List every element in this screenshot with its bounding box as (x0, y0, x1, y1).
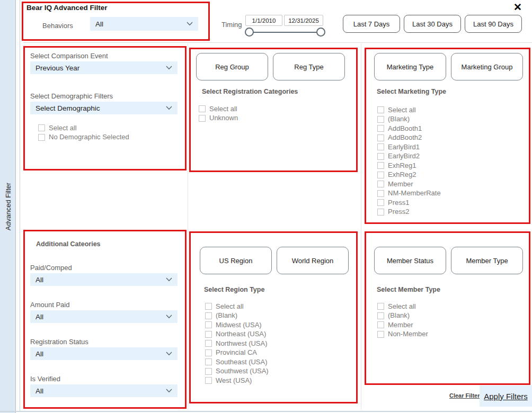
apply-filters-button[interactable]: Apply Filters (480, 385, 532, 407)
checkbox[interactable] (205, 303, 212, 310)
quick-range-button[interactable]: Last 30 Days (404, 15, 461, 33)
chevron-down-icon (166, 277, 172, 282)
checkbox[interactable] (205, 312, 212, 319)
checkbox-label: Northeast (USA) (216, 330, 266, 338)
checkbox-label: Southwest (USA) (216, 367, 269, 375)
checkbox[interactable] (199, 105, 206, 112)
checkbox[interactable] (205, 331, 212, 338)
filter-field-dropdown[interactable]: All (30, 310, 178, 323)
checkbox-row[interactable]: Select all (377, 302, 528, 311)
comparison-event-dropdown[interactable]: Previous Year (30, 61, 178, 74)
checkbox-row[interactable]: Northwest (USA) (205, 339, 353, 348)
quick-range-button[interactable]: Last 7 Days (343, 15, 400, 33)
checkbox-row[interactable]: Press1 (377, 198, 528, 208)
checkbox-row[interactable]: AddBooth1 (377, 124, 528, 133)
checkbox[interactable] (205, 321, 212, 328)
checkbox-row[interactable]: (Blank) (205, 311, 353, 321)
checkbox-row[interactable]: EarlyBird2 (377, 152, 528, 161)
checkbox[interactable] (377, 190, 384, 197)
checkbox-row[interactable]: Member (377, 179, 528, 189)
checkbox[interactable] (377, 116, 384, 123)
behaviors-label: Behaviors (42, 21, 73, 31)
filter-field-dropdown[interactable]: All (30, 347, 178, 360)
marketing-tab[interactable]: Marketing Type (374, 53, 446, 80)
region-tab[interactable]: US Region (200, 247, 272, 274)
clear-filters-link[interactable]: Clear Filters (449, 392, 483, 399)
checkbox-row[interactable]: NM-MemberRate (377, 189, 528, 199)
checkbox-row[interactable]: West (USA) (205, 376, 353, 385)
checkbox-row[interactable]: Non-Member (377, 330, 528, 339)
checkbox-row[interactable]: (Blank) (377, 115, 528, 124)
checkbox[interactable] (377, 181, 384, 187)
checkbox[interactable] (205, 358, 212, 365)
filter-field-dropdown[interactable]: All (30, 273, 178, 286)
checkbox[interactable] (377, 209, 384, 216)
checkbox[interactable] (377, 153, 384, 160)
checkbox-row[interactable]: AddBooth2 (377, 133, 528, 143)
checkbox[interactable] (377, 106, 384, 113)
marketing-tab[interactable]: Marketing Group (451, 53, 523, 80)
chevron-down-icon (166, 315, 172, 319)
checkbox[interactable] (377, 331, 384, 338)
checkbox[interactable] (205, 340, 212, 347)
quick-range-button[interactable]: Last 90 Days (465, 15, 522, 33)
checkbox[interactable] (205, 368, 212, 375)
checkbox[interactable] (205, 377, 212, 384)
checkbox-row[interactable]: Unknown (199, 114, 352, 123)
checkbox-row[interactable]: No Demographic Selected (38, 133, 178, 142)
checkbox-label: Select all (209, 105, 237, 113)
checkbox[interactable] (377, 199, 384, 206)
checkbox[interactable] (377, 162, 384, 169)
start-date-input[interactable]: 1/1/2010 (245, 15, 282, 26)
chevron-down-icon (187, 22, 193, 26)
checkbox-row[interactable]: EarlyBird1 (377, 142, 528, 152)
region-tabs: US Region World Region (200, 247, 353, 274)
checkbox[interactable] (377, 312, 384, 319)
registration-tab[interactable]: Reg Type (273, 53, 345, 80)
checkbox-row[interactable]: Select all (38, 123, 178, 133)
member-tab[interactable]: Member Type (451, 247, 523, 274)
checkbox[interactable] (38, 134, 45, 141)
registration-tab[interactable]: Reg Group (196, 53, 268, 80)
column-divider (188, 43, 188, 410)
checkbox-row[interactable]: Southwest (USA) (205, 367, 353, 376)
checkbox-row[interactable]: Provincial CA (205, 348, 353, 358)
checkbox-row[interactable]: ExhReg2 (377, 170, 528, 180)
checkbox[interactable] (377, 125, 384, 132)
behaviors-dropdown[interactable]: All (90, 17, 198, 31)
end-date-input[interactable]: 12/31/2025 (284, 15, 323, 26)
region-tab[interactable]: World Region (277, 247, 349, 274)
checkbox-row[interactable]: ExhReg1 (377, 161, 528, 170)
checkbox[interactable] (377, 172, 384, 178)
timing-slider-end-handle[interactable] (316, 28, 325, 37)
checkbox[interactable] (377, 134, 384, 141)
filter-field-value: All (36, 350, 43, 358)
region-panel: US Region World Region Select Region Typ… (200, 247, 353, 385)
timing-slider-start-handle[interactable] (245, 28, 254, 37)
checkbox-row[interactable]: Select all (199, 104, 352, 114)
checkbox[interactable] (199, 115, 206, 122)
checkbox-label: ExhReg1 (388, 162, 416, 169)
checkbox-row[interactable]: Midwest (USA) (205, 320, 353, 330)
checkbox[interactable] (377, 303, 384, 310)
checkbox-row[interactable]: Press2 (377, 208, 528, 217)
demographic-dropdown[interactable]: Select Demographic (30, 102, 178, 114)
checkbox-label: Non-Member (388, 330, 428, 338)
checkbox[interactable] (38, 124, 45, 131)
close-icon[interactable]: ✕ (510, 0, 526, 14)
checkbox-row[interactable]: Northeast (USA) (205, 330, 353, 339)
checkbox[interactable] (377, 143, 384, 150)
checkbox[interactable] (377, 321, 384, 328)
checkbox-label: Select all (388, 303, 416, 310)
checkbox[interactable] (205, 349, 212, 356)
filter-field-dropdown[interactable]: All (30, 384, 178, 397)
checkbox-row[interactable]: Select all (205, 302, 353, 311)
checkbox-row[interactable]: Member (377, 320, 528, 330)
member-tab[interactable]: Member Status (374, 247, 446, 274)
advanced-filter-side-tab[interactable]: Advanced Filter (0, 0, 16, 413)
checkbox-row[interactable]: Select all (377, 105, 528, 115)
dialog-title: Bear IQ Advanced Filter (26, 4, 108, 12)
checkbox-row[interactable]: Southeast (USA) (205, 357, 353, 367)
member-tabs: Member Status Member Type (374, 247, 528, 274)
checkbox-row[interactable]: (Blank) (377, 311, 528, 321)
